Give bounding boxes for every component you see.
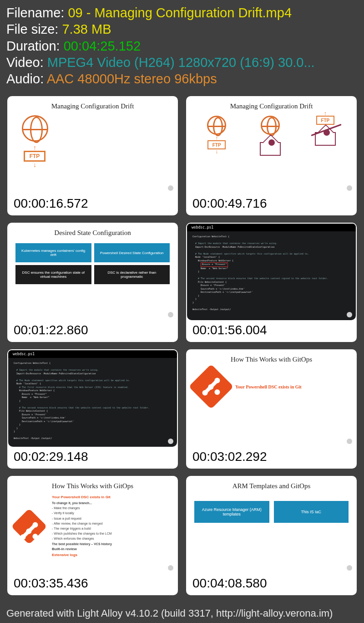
ftp-icon: FTP (207, 140, 226, 149)
corner-dot-icon (168, 312, 173, 317)
slide-title: How This Works with GitOps (8, 477, 177, 493)
thumbnail-timestamp: 00:00:49.716 (187, 194, 356, 214)
thumbnail-card[interactable]: Managing Configuration Drift FTP FTP 00:… (186, 96, 357, 215)
globe-icon (22, 115, 48, 142)
globe-icon (261, 116, 280, 135)
filename-label: Filename: (6, 5, 68, 20)
slide-title: How This Works with GitOps (187, 350, 356, 366)
ftp-icon: FTP (316, 116, 334, 125)
thumbnail-card[interactable]: How This Works with GitOps Your Powershe… (186, 349, 357, 469)
corner-dot-icon (347, 185, 352, 191)
slide-title: Desired State Configuration (8, 224, 177, 240)
slide-title: ARM Templates and GitOps (187, 477, 356, 493)
thumbnail-card[interactable]: How This Works with GitOps Your Powershe… (7, 476, 178, 595)
file-info-block: Filename: 09 - Managing Configuration Dr… (0, 0, 364, 90)
slide-title: Managing Configuration Drift (187, 97, 356, 113)
envelope-lock-icon (260, 142, 281, 156)
corner-dot-icon (168, 565, 173, 571)
code-block: Configuration WebsiteTest { # Import the… (8, 358, 177, 444)
git-logo-icon (189, 364, 234, 409)
thumbnail-timestamp: 00:02:29.148 (8, 447, 177, 468)
code-filename: webdsc.ps1 (187, 224, 356, 231)
audio-value: AAC 48000Hz stereo 96kbps (47, 71, 217, 86)
code-block: Configuration WebsiteTest { # Import the… (187, 231, 356, 315)
thumbnail-timestamp: 00:01:22.860 (8, 320, 177, 341)
thumbnail-image: ARM Templates and GitOps Azure Resource … (187, 477, 356, 573)
thumbnail-timestamp: 00:00:16.572 (8, 194, 177, 214)
video-value: MPEG4 Video (H264) 1280x720 (16:9) 30.0.… (47, 55, 315, 70)
code-filename: webdsc.ps1 (8, 350, 177, 358)
thumbnail-image: How This Works with GitOps Your Powershe… (8, 477, 177, 573)
thumbnail-image: Managing Configuration Drift FTP FTP (187, 97, 356, 194)
thumbnail-image: Desired State Configuration Kubernetes m… (8, 224, 177, 320)
duration-value: 00:04:25.152 (64, 39, 141, 53)
filename-value: 09 - Managing Configuration Drift.mp4 (68, 5, 292, 20)
filename-line: Filename: 09 - Managing Configuration Dr… (6, 5, 358, 21)
corner-dot-icon (347, 312, 352, 317)
info-tile: Powershell Desired State Configuration (94, 243, 170, 262)
thumbnail-timestamp: 00:01:56.004 (187, 320, 356, 341)
thumbnail-image: How This Works with GitOps Your Powershe… (187, 350, 356, 447)
thumbnail-image: webdsc.ps1 Configuration WebsiteTest { #… (8, 350, 177, 447)
bullet-list: Your Powershell DSC exists in Git To cha… (48, 495, 112, 558)
corner-dot-icon (347, 565, 352, 571)
ftp-icon: FTP (24, 151, 46, 162)
thumbnail-timestamp: 00:04:08.580 (187, 573, 356, 594)
globe-icon (207, 116, 226, 135)
thumbnail-timestamp: 00:03:02.292 (187, 447, 356, 468)
envelope-lock-crossed-icon (315, 132, 336, 146)
thumbnail-card[interactable]: Desired State Configuration Kubernetes m… (7, 223, 178, 342)
info-tile: Kubernetes manages containers' config dr… (15, 243, 91, 262)
thumbnail-grid: Managing Configuration Drift FTP 00:00:1… (0, 90, 364, 595)
thumbnail-timestamp: 00:03:35.436 (8, 573, 177, 594)
video-line: Video: MPEG4 Video (H264) 1280x720 (16:9… (6, 54, 358, 71)
slide-title: Managing Configuration Drift (8, 97, 177, 113)
info-tile: Azure Resource Manager (ARM) templates (194, 501, 269, 523)
thumbnail-image: webdsc.ps1 Configuration WebsiteTest { #… (187, 224, 356, 320)
info-tile: DSC is declarative rather than programma… (94, 265, 170, 284)
filesize-label: File size: (6, 22, 62, 36)
audio-label: Audio: (6, 71, 47, 86)
thumbnail-card[interactable]: Managing Configuration Drift FTP 00:00:1… (7, 96, 178, 215)
generator-footer: Generated with Light Alloy v4.10.2 (buil… (6, 608, 333, 619)
filesize-value: 7.38 MB (62, 22, 111, 36)
info-tile: DSC ensures the configuration state of v… (15, 265, 91, 284)
audio-line: Audio: AAC 48000Hz stereo 96kbps (6, 71, 358, 87)
slide-subtext: Your Powershell DSC exists in Git (235, 384, 302, 389)
corner-dot-icon (347, 439, 352, 444)
filesize-line: File size: 7.38 MB (6, 21, 358, 37)
corner-dot-icon (168, 185, 173, 191)
thumbnail-card[interactable]: ARM Templates and GitOps Azure Resource … (186, 476, 357, 595)
thumbnail-card[interactable]: webdsc.ps1 Configuration WebsiteTest { #… (186, 223, 357, 342)
git-logo-icon (11, 508, 47, 544)
thumbnail-card[interactable]: webdsc.ps1 Configuration WebsiteTest { #… (7, 349, 178, 469)
duration-label: Duration: (6, 39, 64, 53)
video-label: Video: (6, 55, 47, 70)
duration-line: Duration: 00:04:25.152 (6, 38, 358, 54)
thumbnail-image: Managing Configuration Drift FTP (8, 97, 177, 194)
info-tile: This IS IaC (274, 501, 349, 523)
